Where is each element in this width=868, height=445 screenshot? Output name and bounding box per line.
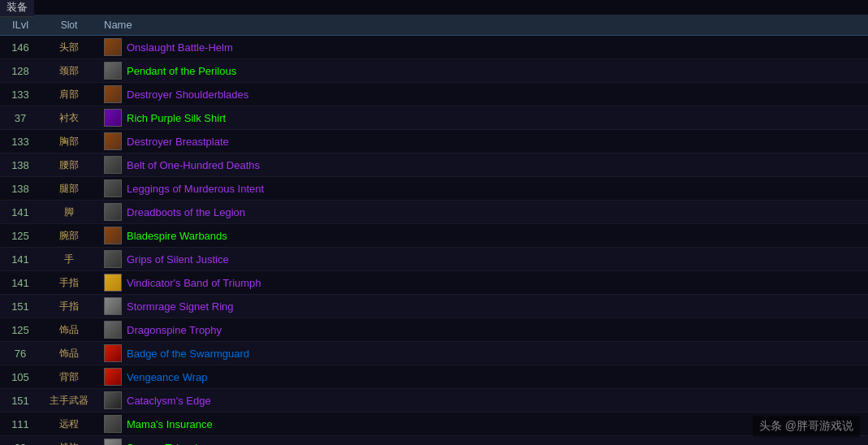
- item-icon: [104, 179, 122, 197]
- item-name-text: Dreadboots of the Legion: [127, 206, 245, 218]
- item-icon: [104, 227, 122, 244]
- item-name-text: Badge of the Swarmguard: [127, 348, 249, 360]
- item-name-cell[interactable]: Pendant of the Perilous: [97, 59, 868, 83]
- item-name-cell[interactable]: Vindicator's Band of Triumph: [97, 271, 868, 295]
- item-ilvl: 37: [0, 106, 41, 130]
- item-name-cell[interactable]: Badge of the Swarmguard: [97, 342, 868, 365]
- item-name-cell[interactable]: Dreadboots of the Legion: [97, 201, 868, 224]
- item-name-text: Bladespire Warbands: [127, 230, 227, 242]
- item-name-cell[interactable]: Bladespire Warbands: [97, 224, 868, 248]
- item-name-text: Destroyer Breastplate: [127, 136, 229, 148]
- item-name-text: Dragonspine Trophy: [127, 324, 222, 336]
- item-icon: [104, 62, 122, 80]
- item-ilvl: 105: [0, 365, 41, 389]
- item-slot: 衬衣: [41, 106, 97, 130]
- item-name-cell[interactable]: Cataclysm's Edge: [97, 389, 868, 413]
- item-name-cell[interactable]: Destroyer Shoulderblades: [97, 83, 868, 106]
- item-name-text: Cataclysm's Edge: [127, 395, 211, 407]
- item-ilvl: 138: [0, 153, 41, 177]
- item-ilvl: 141: [0, 271, 41, 295]
- item-name-cell[interactable]: Dragonspine Trophy: [97, 318, 868, 342]
- item-ilvl: 125: [0, 318, 41, 342]
- item-name-text: Vengeance Wrap: [127, 371, 208, 383]
- item-slot: 背部: [41, 365, 97, 389]
- item-slot: 脚: [41, 201, 97, 224]
- item-icon: [104, 344, 122, 362]
- item-icon: [104, 203, 122, 221]
- item-name-text: Rich Purple Silk Shirt: [127, 112, 226, 124]
- item-icon: [104, 274, 122, 292]
- item-name-cell[interactable]: Vengeance Wrap: [97, 365, 868, 389]
- item-slot: 手指: [41, 295, 97, 318]
- item-name-cell[interactable]: Onslaught Battle-Helm: [97, 36, 868, 59]
- item-name-cell[interactable]: Stormrage Signet Ring: [97, 295, 868, 318]
- item-name-text: Destroyer Shoulderblades: [127, 89, 248, 101]
- table-row: 37衬衣Rich Purple Silk Shirt: [0, 106, 868, 130]
- table-row: 76饰品Badge of the Swarmguard: [0, 342, 868, 365]
- item-slot: 战袍: [41, 436, 97, 446]
- item-name-text: Leggings of Murderous Intent: [127, 183, 264, 195]
- item-ilvl: 141: [0, 201, 41, 224]
- table-row: 141脚Dreadboots of the Legion: [0, 201, 868, 224]
- header-ilvl: ILvl: [0, 15, 41, 36]
- table-row: 125饰品Dragonspine Trophy: [0, 318, 868, 342]
- item-name-text: Mama's Insurance: [127, 418, 213, 430]
- table-row: 20战袍Scryers Tabard: [0, 436, 868, 446]
- item-name-cell[interactable]: Grips of Silent Justice: [97, 248, 868, 271]
- item-ilvl: 133: [0, 130, 41, 153]
- item-name-text: Belt of One-Hundred Deaths: [127, 159, 260, 171]
- item-icon: [104, 109, 122, 127]
- item-name-text: Scryers Tabard: [127, 442, 197, 446]
- item-slot: 手: [41, 248, 97, 271]
- item-name-text: Pendant of the Perilous: [127, 65, 236, 77]
- table-row: 105背部Vengeance Wrap: [0, 365, 868, 389]
- item-ilvl: 146: [0, 36, 41, 59]
- table-row: 151手指Stormrage Signet Ring: [0, 295, 868, 318]
- item-slot: 腕部: [41, 224, 97, 248]
- item-slot: 远程: [41, 413, 97, 436]
- item-icon: [104, 439, 122, 445]
- item-name-cell[interactable]: Scryers Tabard: [97, 436, 868, 446]
- item-icon: [104, 38, 122, 56]
- header-name: Name: [97, 15, 868, 35]
- item-icon: [104, 321, 122, 339]
- item-ilvl: 125: [0, 224, 41, 248]
- table-header-row: ILvl Slot Name: [0, 15, 868, 36]
- item-ilvl: 151: [0, 389, 41, 413]
- item-icon: [104, 368, 122, 386]
- item-icon: [104, 250, 122, 268]
- table-row: 111远程Mama's Insurance: [0, 413, 868, 436]
- item-name-text: Onslaught Battle-Helm: [127, 41, 233, 54]
- item-icon: [104, 415, 122, 433]
- item-icon: [104, 156, 122, 174]
- item-slot: 主手武器: [41, 389, 97, 413]
- table-row: 138腰部Belt of One-Hundred Deaths: [0, 153, 868, 177]
- item-name-text: Stormrage Signet Ring: [127, 300, 234, 313]
- item-name-cell[interactable]: Destroyer Breastplate: [97, 130, 868, 153]
- item-icon: [104, 85, 122, 103]
- table-row: 151主手武器Cataclysm's Edge: [0, 389, 868, 413]
- item-ilvl: 138: [0, 177, 41, 201]
- item-slot: 颈部: [41, 59, 97, 83]
- item-slot: 饰品: [41, 342, 97, 365]
- item-name-cell[interactable]: Rich Purple Silk Shirt: [97, 106, 868, 130]
- table-row: 141手Grips of Silent Justice: [0, 248, 868, 271]
- item-slot: 肩部: [41, 83, 97, 106]
- item-name-cell[interactable]: Belt of One-Hundred Deaths: [97, 153, 868, 177]
- item-ilvl: 133: [0, 83, 41, 106]
- table-row: 133肩部Destroyer Shoulderblades: [0, 83, 868, 106]
- item-name-cell[interactable]: Leggings of Murderous Intent: [97, 177, 868, 201]
- item-ilvl: 111: [0, 413, 41, 436]
- table-row: 138腿部Leggings of Murderous Intent: [0, 177, 868, 201]
- title-bar: 装备: [0, 0, 868, 15]
- item-slot: 腰部: [41, 153, 97, 177]
- table-row: 128颈部Pendant of the Perilous: [0, 59, 868, 83]
- table-row: 146头部Onslaught Battle-Helm: [0, 36, 868, 59]
- table-row: 133胸部Destroyer Breastplate: [0, 130, 868, 153]
- item-icon: [104, 297, 122, 315]
- item-icon: [104, 132, 122, 150]
- page-title: 装备: [0, 0, 34, 17]
- item-icon: [104, 391, 122, 409]
- item-ilvl: 76: [0, 342, 41, 365]
- item-name-text: Grips of Silent Justice: [127, 253, 229, 266]
